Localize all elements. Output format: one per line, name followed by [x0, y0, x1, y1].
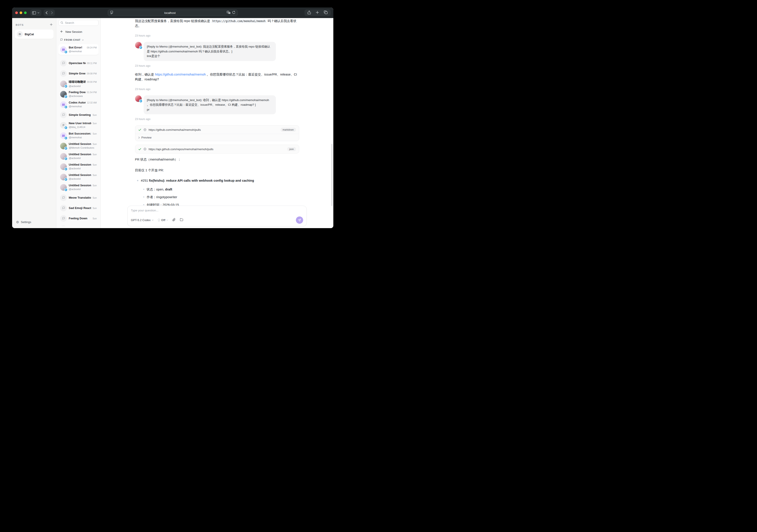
session-list: Bot Error! 09:24 PM @memohai Openclaw Ne…: [58, 44, 99, 226]
add-bot-button[interactable]: [50, 23, 53, 27]
telegram-badge-icon: [64, 136, 68, 140]
message-timestamp: 23 hours ago: [135, 88, 299, 91]
folder-icon: [180, 218, 183, 221]
bullet-icon: [143, 196, 144, 197]
chat-bubble-avatar: [60, 194, 67, 201]
zoom-window-button[interactable]: [24, 12, 27, 14]
model-label: GPT-5.2 Codex: [131, 219, 151, 222]
bigcat-avatar: BI: [17, 31, 23, 37]
bot-avatar: [60, 46, 67, 53]
session-list-item[interactable]: Openclaw News A... 09:11 PM: [58, 58, 99, 68]
main-scrollbar-thumb[interactable]: [331, 144, 333, 206]
session-title: Feeling Down :(: [69, 91, 85, 94]
share-icon[interactable]: [308, 11, 311, 15]
session-title: Bot Succession: Kitte...: [69, 132, 91, 135]
session-time: 09:24 PM: [87, 46, 97, 49]
session-list-item[interactable]: Untitled Session Sun @acboxlol: [58, 151, 99, 162]
session-list-item[interactable]: Bot Succession: Kitte... Sun @memohai: [58, 130, 99, 141]
chat-scroll-area[interactable]: 我这边没配置搜索服务，直接给我 repo 链接或确认是 https://gith…: [101, 18, 333, 206]
bots-section-label: BOTS: [15, 23, 24, 26]
session-title: Openclaw News A...: [69, 61, 86, 65]
thinking-toggle[interactable]: Off: [158, 219, 168, 222]
cat-avatar: [60, 143, 67, 149]
session-list-item[interactable]: P New User Introduction Sun @bbq_114514: [58, 120, 99, 130]
inline-link[interactable]: https://github.com/memohai/memoh: [155, 73, 206, 76]
session-title: Feeling Down: [69, 217, 87, 220]
search-input[interactable]: [65, 21, 96, 25]
session-list-item[interactable]: Feeling Down :( 01:54 PM @acboxawa: [58, 89, 99, 99]
session-title: Simple Greeting: [69, 72, 85, 75]
minimize-window-button[interactable]: [19, 12, 22, 14]
telegram-badge-icon: [139, 46, 142, 49]
bot-avatar: [60, 101, 67, 108]
session-list-item[interactable]: Bot Error! 09:24 PM @memohai: [58, 44, 99, 55]
chevron-down-icon: [167, 220, 168, 221]
assistant-message: 收到，确认是 https://github.com/memohai/memoh …: [135, 72, 299, 82]
plus-icon: [60, 30, 63, 34]
session-handle: @acboxlol: [69, 157, 81, 160]
question-input[interactable]: [131, 209, 303, 217]
settings-label: Settings: [21, 221, 31, 224]
session-list-item[interactable]: Simple Greeting 09:08 PM: [58, 68, 99, 78]
sidebar-item-bigcat[interactable]: BI BigCat: [15, 30, 53, 39]
browse-files-button[interactable]: [180, 218, 183, 222]
translate-icon[interactable]: A文: [227, 11, 230, 15]
tab-overview-icon[interactable]: [324, 11, 328, 15]
session-time: Sun: [93, 217, 97, 220]
svg-text:A: A: [227, 11, 228, 13]
tool-preview-toggle[interactable]: Preview: [135, 134, 299, 141]
session-time: Sun: [93, 184, 97, 187]
bullet-icon: [143, 204, 144, 205]
session-time: Sun: [93, 196, 97, 199]
session-list-item[interactable]: Untitled Session Sun @Memoh Contributors: [58, 141, 99, 151]
telegram-badge-icon: [64, 85, 68, 88]
session-list-item[interactable]: Simple Greeting Sun: [58, 110, 99, 120]
session-list-item[interactable]: Meow Translation Ple... Sun: [58, 192, 99, 203]
session-handle: @memohai: [69, 105, 82, 108]
reader-icon[interactable]: [110, 11, 113, 15]
user-message-row: [Reply to Memo (@memohome_test_bot): 收到，…: [135, 95, 299, 114]
new-session-button[interactable]: New Session: [58, 29, 99, 35]
reload-icon[interactable]: [232, 11, 235, 15]
new-tab-icon[interactable]: [316, 11, 319, 15]
chat-bubble-avatar: [60, 112, 67, 118]
sidebar-toggle-button[interactable]: [30, 10, 42, 16]
session-title: 喵喵咕噜翻译: [69, 80, 85, 84]
session-handle: @acboxlol: [69, 167, 81, 170]
session-list-item[interactable]: Untitled Session Sun @acboxlol: [58, 182, 99, 192]
letter-avatar: P: [60, 122, 67, 129]
chevron-down-icon: [82, 40, 84, 41]
session-time: Sun: [93, 207, 97, 209]
close-window-button[interactable]: [15, 12, 18, 14]
attach-file-button[interactable]: [172, 218, 176, 222]
telegram-badge-icon: [64, 95, 68, 99]
session-filter[interactable]: FROM:CHAT: [58, 38, 99, 42]
session-title: Meow Translation Ple...: [69, 196, 91, 199]
session-list-item[interactable]: Untitled Session Sun @acboxlol: [58, 162, 99, 172]
model-selector[interactable]: GPT-5.2 Codex: [131, 219, 154, 222]
settings-button[interactable]: ⚙ Settings: [15, 220, 53, 224]
address-bar[interactable]: localhost A文: [108, 10, 238, 16]
telegram-badge-icon: [64, 157, 68, 161]
session-time: Sun: [93, 163, 97, 166]
session-time: Sun: [93, 132, 97, 135]
session-list-item[interactable]: Untitled Session Sun @acboxlol: [58, 172, 99, 182]
telegram-badge-icon: [64, 105, 68, 109]
send-button[interactable]: [296, 217, 303, 224]
search-box[interactable]: [58, 20, 99, 26]
session-list-item[interactable]: Codex Automatio... 12:32 AM @memohai: [58, 99, 99, 110]
session-list-item[interactable]: 喵喵咕噜翻译 09:00 PM @acboxlol: [58, 78, 99, 89]
list-item: 状态：open, draft: [135, 187, 299, 192]
chat-messages: 我这边没配置搜索服务，直接给我 repo 链接或确认是 https://gith…: [135, 18, 299, 206]
session-list-item[interactable]: Sad Emoji Reaction Sun: [58, 203, 99, 213]
session-title: Untitled Session: [69, 153, 91, 156]
session-list-item[interactable]: Feeling Down Sun: [58, 213, 99, 223]
session-list-item[interactable]: Simple Greeting Sun: [58, 223, 99, 226]
session-title: Codex Automatio...: [69, 101, 86, 104]
browser-titlebar: localhost A文: [12, 8, 333, 18]
user-message-bubble: [Reply to Memo (@memohome_test_bot): 收到，…: [144, 95, 276, 114]
back-button[interactable]: [45, 11, 47, 14]
session-time: Sun: [93, 174, 97, 176]
forward-button[interactable]: [51, 11, 53, 14]
message-timestamp: 23 hours ago: [135, 34, 299, 37]
